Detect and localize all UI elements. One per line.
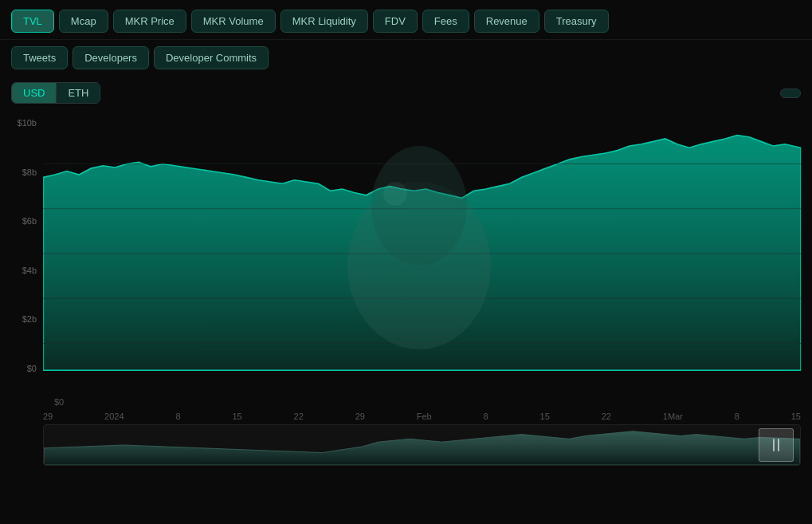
zero-line: $0 bbox=[43, 397, 812, 407]
nav-btn-developers[interactable]: Developers bbox=[73, 46, 149, 69]
nav-btn-mkr-liquidity[interactable]: MKR Liquidity bbox=[280, 10, 368, 33]
x-axis: 2920248152229Feb815221Mar815 bbox=[43, 408, 812, 421]
mini-chart-slider[interactable] bbox=[759, 428, 794, 462]
slider-handle bbox=[773, 439, 779, 451]
x-axis-label: 8 bbox=[175, 412, 180, 421]
chart-svg bbox=[43, 110, 801, 397]
y-axis-label: $8b bbox=[11, 167, 37, 177]
x-axis-label: Feb bbox=[417, 412, 432, 421]
y-axis-label: $0 bbox=[11, 364, 37, 373]
nav-btn-developer-commits[interactable]: Developer Commits bbox=[154, 46, 269, 69]
nav-btn-mkr-volume[interactable]: MKR Volume bbox=[191, 10, 276, 33]
y-axis-label: $6b bbox=[11, 216, 37, 226]
mini-chart[interactable] bbox=[43, 424, 801, 466]
y-axis: $10b$8b$6b$4b$2b$0 bbox=[11, 110, 37, 397]
y-axis-label: $4b bbox=[11, 266, 37, 275]
x-axis-label: 15 bbox=[791, 412, 801, 421]
x-axis-label: 15 bbox=[232, 412, 241, 421]
secondary-nav: TweetsDevelopersDeveloper Commits bbox=[0, 40, 812, 76]
currency-btn-eth[interactable]: ETH bbox=[57, 83, 100, 103]
x-axis-label: 15 bbox=[540, 412, 550, 421]
x-axis-label: 29 bbox=[355, 412, 365, 421]
currency-group: USDETH bbox=[11, 82, 100, 104]
nav-btn-tweets[interactable]: Tweets bbox=[11, 46, 68, 69]
x-axis-label: 22 bbox=[294, 412, 304, 421]
nav-btn-fees[interactable]: Fees bbox=[422, 10, 469, 33]
chart-area: $10b$8b$6b$4b$2b$0 bbox=[0, 110, 812, 397]
x-axis-label: 29 bbox=[43, 412, 53, 421]
x-axis-label: 2024 bbox=[104, 412, 124, 421]
nav-btn-mkr-price[interactable]: MKR Price bbox=[113, 10, 186, 33]
y-axis-label: $10b bbox=[11, 118, 37, 128]
primary-nav: TVLMcapMKR PriceMKR VolumeMKR LiquidityF… bbox=[0, 0, 812, 40]
x-axis-label: 22 bbox=[602, 412, 611, 421]
nav-btn-tvl[interactable]: TVL bbox=[11, 10, 54, 33]
currency-btn-usd[interactable]: USD bbox=[12, 83, 57, 103]
currency-bar: USDETH bbox=[0, 76, 812, 110]
y-axis-label: $2b bbox=[11, 314, 37, 324]
nav-btn-fdv[interactable]: FDV bbox=[373, 10, 418, 33]
x-axis-label: 8 bbox=[735, 412, 739, 421]
nav-btn-mcap[interactable]: Mcap bbox=[59, 10, 108, 33]
x-axis-label: 8 bbox=[484, 412, 488, 421]
embed-button[interactable] bbox=[780, 89, 801, 98]
nav-btn-revenue[interactable]: Revenue bbox=[474, 10, 539, 33]
nav-btn-treasury[interactable]: Treasury bbox=[544, 10, 609, 33]
x-axis-label: 1Mar bbox=[663, 412, 683, 421]
